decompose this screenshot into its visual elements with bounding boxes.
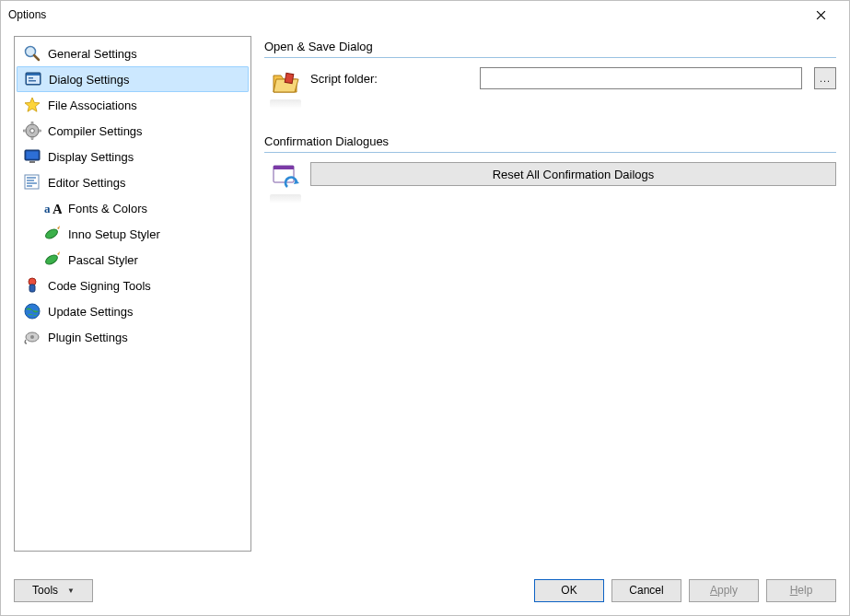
help-button-label: Help <box>790 584 813 597</box>
svg-marker-26 <box>57 226 60 229</box>
apply-button[interactable]: Apply <box>689 579 759 602</box>
svg-point-33 <box>30 335 34 339</box>
svg-rect-17 <box>29 161 35 163</box>
fonts-icon: a A <box>42 198 63 218</box>
plugin-icon <box>22 327 42 347</box>
reset-row: Reset All Confirmation Dailogs <box>310 162 836 186</box>
svg-marker-28 <box>57 251 60 255</box>
nav-item-code-signing[interactable]: Code Signing Tools <box>17 273 249 298</box>
options-dialog: Options General Settings <box>0 0 850 616</box>
cancel-button-label: Cancel <box>629 584 663 597</box>
svg-text:a: a <box>44 202 51 215</box>
svg-rect-18 <box>25 175 39 189</box>
nav-label: File Associations <box>48 99 137 112</box>
nav-label: Fonts & Colors <box>68 202 147 215</box>
svg-rect-11 <box>31 122 33 125</box>
svg-rect-6 <box>29 77 33 79</box>
script-folder-input[interactable] <box>480 67 802 89</box>
pen-icon <box>42 224 63 244</box>
nav-item-plugin-settings[interactable]: Plugin Settings <box>17 324 249 350</box>
reset-button-label: Reset All Confirmation Dailogs <box>493 168 655 181</box>
svg-rect-30 <box>29 285 35 292</box>
nav-label: Pascal Styler <box>68 253 138 267</box>
icon-reflection <box>270 194 301 203</box>
dialog-icon <box>23 69 43 89</box>
svg-point-10 <box>30 129 35 134</box>
tools-button-label: Tools <box>32 584 58 597</box>
titlebar: Options <box>1 1 849 29</box>
gear-icon <box>22 121 42 141</box>
group-confirmation-body: Reset All Confirmation Dailogs <box>264 162 836 203</box>
group-confirmation-title: Confirmation Dialogues <box>264 134 836 148</box>
group-open-save-body: Script folder: ... <box>264 67 836 109</box>
svg-rect-14 <box>39 130 41 132</box>
group-icon-wrap <box>270 67 301 109</box>
svg-text:A: A <box>52 202 62 216</box>
nav-label: General Settings <box>48 47 137 61</box>
monitor-icon <box>22 146 42 167</box>
nav-item-dialog-settings[interactable]: Dialog Settings <box>17 66 249 92</box>
nav-label: Dialog Settings <box>49 73 129 87</box>
svg-marker-34 <box>285 73 294 83</box>
editor-icon <box>22 172 42 192</box>
ok-button[interactable]: OK <box>534 579 604 602</box>
script-folder-row: Script folder: ... <box>310 67 836 89</box>
nav-item-pascal-styler[interactable]: Pascal Styler <box>17 247 249 273</box>
svg-line-3 <box>34 55 39 60</box>
help-button[interactable]: Help <box>766 579 836 602</box>
browse-button[interactable]: ... <box>814 67 836 89</box>
nav-item-editor-settings[interactable]: Editor Settings <box>17 169 249 195</box>
reset-confirmation-button[interactable]: Reset All Confirmation Dailogs <box>310 162 836 186</box>
star-icon <box>22 95 42 115</box>
svg-rect-5 <box>27 76 40 84</box>
svg-rect-16 <box>27 152 39 159</box>
window-title: Options <box>8 8 46 21</box>
settings-detail-pane: Open & Save Dialog Script folder: <box>264 36 836 573</box>
dialog-button-row: Tools ▼ OK Cancel Apply Help <box>1 573 849 615</box>
content-area: General Settings Dialog Settings <box>1 29 849 573</box>
dropdown-caret-icon: ▼ <box>67 587 75 595</box>
nav-label: Plugin Settings <box>48 331 128 344</box>
divider <box>264 152 836 153</box>
reset-dialogs-icon <box>270 162 301 193</box>
svg-marker-8 <box>25 98 40 111</box>
svg-point-27 <box>44 253 59 266</box>
nav-label: Editor Settings <box>48 176 126 190</box>
apply-button-label: Apply <box>710 584 738 597</box>
nav-item-update-settings[interactable]: Update Settings <box>17 298 249 324</box>
nav-item-general-settings[interactable]: General Settings <box>17 41 249 66</box>
group-open-save-title: Open & Save Dialog <box>264 40 836 53</box>
ok-button-label: OK <box>561 584 576 597</box>
svg-rect-36 <box>274 166 294 169</box>
cancel-button[interactable]: Cancel <box>611 579 681 602</box>
magnifier-icon <box>22 43 42 64</box>
icon-reflection <box>270 99 301 109</box>
nav-item-display-settings[interactable]: Display Settings <box>17 144 249 169</box>
nav-label: Code Signing Tools <box>48 279 151 293</box>
signer-icon <box>22 275 42 296</box>
close-button[interactable] <box>800 2 842 28</box>
ellipsis-icon: ... <box>820 73 831 84</box>
nav-item-compiler-settings[interactable]: Compiler Settings <box>17 118 249 144</box>
svg-rect-7 <box>29 80 36 82</box>
nav-item-inno-styler[interactable]: Inno Setup Styler <box>17 221 249 247</box>
nav-label: Update Settings <box>48 305 134 319</box>
nav-item-file-associations[interactable]: File Associations <box>17 92 249 118</box>
close-icon <box>816 10 826 20</box>
globe-icon <box>22 301 42 321</box>
nav-label: Inno Setup Styler <box>68 227 160 241</box>
folder-icon <box>270 67 301 99</box>
settings-nav-panel[interactable]: General Settings Dialog Settings <box>14 36 251 552</box>
nav-label: Compiler Settings <box>48 124 143 138</box>
tools-button[interactable]: Tools ▼ <box>14 579 93 602</box>
svg-point-25 <box>44 227 59 240</box>
group-icon-wrap <box>270 162 301 203</box>
svg-rect-12 <box>31 137 33 140</box>
divider <box>264 57 836 58</box>
script-folder-label: Script folder: <box>310 72 467 86</box>
nav-item-fonts-colors[interactable]: a A Fonts & Colors <box>17 195 249 221</box>
nav-label: Display Settings <box>48 150 134 164</box>
pen-icon <box>42 250 63 270</box>
svg-rect-13 <box>24 130 27 132</box>
